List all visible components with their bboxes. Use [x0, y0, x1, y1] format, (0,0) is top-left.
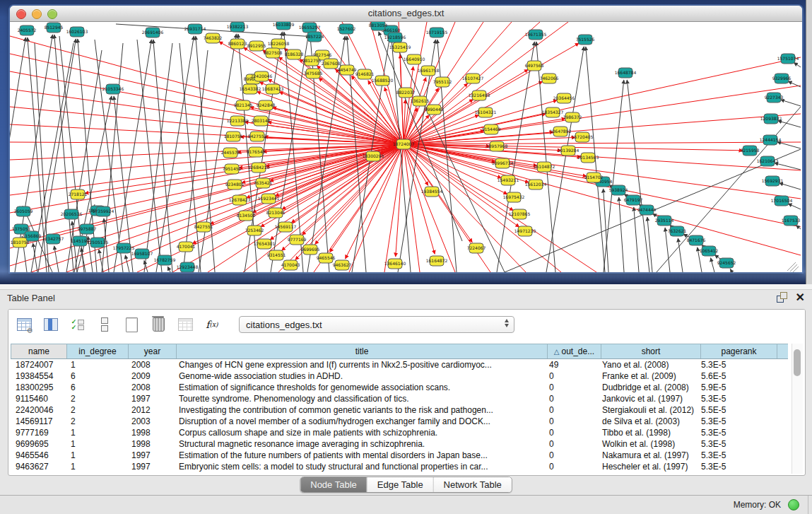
black-edge[interactable] — [665, 228, 670, 272]
black-edge[interactable] — [167, 267, 170, 272]
black-edge[interactable] — [790, 264, 797, 271]
column-header-title[interactable]: title — [177, 344, 548, 358]
scrollbar-thumb[interactable] — [794, 349, 801, 376]
red-edge[interactable] — [404, 144, 502, 178]
cell-short[interactable]: de Silva et al. (2003) — [597, 416, 696, 427]
network-window-titlebar[interactable]: citations_edges.txt — [10, 6, 802, 22]
cell-title[interactable]: Embryonic stem cells: a model to study s… — [174, 461, 544, 472]
cell-out_degree[interactable]: 0 — [544, 416, 597, 427]
new-table-icon[interactable] — [123, 316, 140, 333]
network-view-window[interactable]: citations_edges.txt 18724007240557285129… — [10, 6, 802, 272]
cell-pagerank[interactable]: 5.5E-5 — [696, 404, 772, 416]
cell-in_degree[interactable]: 2 — [66, 404, 126, 416]
cell-title[interactable]: Disruption of a novel member of a sodium… — [174, 416, 544, 427]
cell-title[interactable]: Changes of HCN gene expression and I(f) … — [174, 359, 544, 370]
black-edge[interactable] — [787, 262, 796, 271]
cell-out_degree[interactable]: 0 — [544, 370, 597, 382]
black-edge[interactable] — [647, 217, 652, 272]
column-visibility-icon[interactable] — [42, 316, 59, 333]
cell-title[interactable]: Tourette syndrome. Phenomenology and cla… — [174, 393, 544, 404]
cell-out_degree[interactable]: 0 — [544, 450, 597, 461]
column-header-pagerank[interactable]: pagerank — [701, 344, 777, 358]
table-row[interactable]: 946554611997Estimation of the future num… — [11, 450, 788, 461]
table-row[interactable]: 2242004622012Investigating the contribut… — [11, 404, 788, 416]
black-edge[interactable] — [437, 40, 457, 272]
red-edge[interactable] — [396, 144, 404, 257]
black-edge[interactable] — [657, 107, 801, 272]
cell-pagerank[interactable]: 5.3E-5 — [696, 427, 772, 438]
delete-rows-icon[interactable] — [150, 316, 167, 333]
black-edge[interactable] — [788, 81, 801, 87]
table-row[interactable]: 946362711997Embryonic stem cells: a mode… — [11, 461, 788, 472]
row-selection-icon[interactable]: ✓✓ — [69, 316, 86, 333]
column-header-name[interactable]: name — [11, 344, 67, 358]
red-edge[interactable] — [10, 142, 404, 144]
red-edge[interactable] — [404, 142, 801, 144]
cell-out_degree[interactable]: 0 — [544, 393, 597, 404]
cell-year[interactable]: 2008 — [126, 359, 174, 370]
table-settings-icon[interactable]: ⚙ — [16, 316, 33, 333]
cell-short[interactable]: Nakamura et al. (1997) — [597, 450, 696, 461]
merge-tables-icon[interactable] — [96, 316, 113, 333]
cell-pagerank[interactable]: 5.3E-5 — [696, 416, 772, 427]
black-edge[interactable] — [54, 246, 59, 272]
tab-node-table[interactable]: Node Table — [300, 477, 367, 492]
close-panel-icon[interactable]: ✕ — [796, 292, 805, 303]
cell-name[interactable]: 18724007 — [11, 359, 66, 370]
cell-year[interactable]: 2012 — [126, 404, 174, 416]
cell-title[interactable]: Estimation of the future numbers of pati… — [174, 450, 544, 461]
table-selector-dropdown[interactable]: citations_edges.txt — [239, 316, 514, 333]
cell-title[interactable]: Structural magnetic resonance image aver… — [174, 438, 544, 450]
cell-short[interactable]: Stergiakouli et al. (2012) — [597, 404, 696, 416]
cell-name[interactable]: 22420046 — [11, 404, 66, 416]
cell-year[interactable]: 2009 — [126, 370, 174, 382]
table-row[interactable]: 1830029562008Estimation of significance … — [11, 382, 788, 393]
column-header-year[interactable]: year — [129, 344, 177, 358]
cell-pagerank[interactable]: 5.3E-5 — [696, 461, 772, 472]
black-edge[interactable] — [153, 40, 172, 272]
black-edge[interactable] — [604, 80, 624, 272]
memory-status-icon[interactable] — [788, 499, 799, 510]
table-row[interactable]: 1872400712008Changes of HCN gene express… — [11, 359, 788, 370]
table-scrollbar[interactable] — [792, 344, 803, 474]
cell-short[interactable]: Franke et al. (2009) — [597, 370, 696, 382]
cell-out_degree[interactable]: 49 — [544, 359, 597, 370]
cell-name[interactable]: 9465546 — [11, 450, 66, 461]
cell-in_degree[interactable]: 6 — [66, 370, 126, 382]
column-header-out_degree[interactable]: △out_de... — [548, 344, 601, 358]
panel-splitter[interactable]: ▴ — [0, 284, 812, 290]
cell-in_degree[interactable]: 6 — [66, 382, 126, 393]
cell-year[interactable]: 2008 — [126, 382, 174, 393]
cell-pagerank[interactable]: 5.3E-5 — [696, 393, 772, 404]
cell-year[interactable]: 1998 — [126, 438, 174, 450]
cell-in_degree[interactable]: 2 — [66, 393, 126, 404]
cell-in_degree[interactable]: 1 — [66, 438, 126, 450]
cell-name[interactable]: 14569117 — [11, 416, 66, 427]
black-edge[interactable] — [125, 255, 129, 272]
black-edge[interactable] — [778, 121, 801, 127]
cell-year[interactable]: 1997 — [126, 450, 174, 461]
column-header-short[interactable]: short — [601, 344, 701, 358]
red-edge[interactable] — [257, 91, 404, 144]
float-panel-icon[interactable] — [777, 292, 787, 303]
black-edge[interactable] — [788, 204, 801, 209]
cell-title[interactable]: Corpus callosum shape and size in male p… — [174, 427, 544, 438]
cell-year[interactable]: 2003 — [126, 416, 174, 427]
column-header-in_degree[interactable]: in_degree — [67, 344, 129, 358]
tab-edge-table[interactable]: Edge Table — [367, 477, 434, 492]
cell-pagerank[interactable]: 5.6E-5 — [696, 370, 772, 382]
cell-year[interactable]: 1997 — [126, 461, 174, 472]
cell-short[interactable]: Wolkin et al. (1998) — [597, 438, 696, 450]
cell-short[interactable]: Jankovic et al. (1997) — [597, 393, 696, 404]
cell-short[interactable]: Tibbo et al. (1998) — [597, 427, 696, 438]
cell-in_degree[interactable]: 1 — [66, 359, 126, 370]
cell-pagerank[interactable]: 5.3E-5 — [696, 450, 772, 461]
cell-in_degree[interactable]: 1 — [66, 427, 126, 438]
cell-name[interactable]: 18300295 — [11, 382, 66, 393]
table-row[interactable]: 969969511998Structural magnetic resonanc… — [11, 438, 788, 450]
black-edge[interactable] — [711, 258, 714, 272]
cell-name[interactable]: 9777169 — [11, 427, 66, 438]
black-edge[interactable] — [497, 42, 534, 272]
cell-short[interactable]: Dudbridge et al. (2008) — [597, 382, 696, 393]
cell-title[interactable]: Estimation of significance thresholds fo… — [174, 382, 544, 393]
